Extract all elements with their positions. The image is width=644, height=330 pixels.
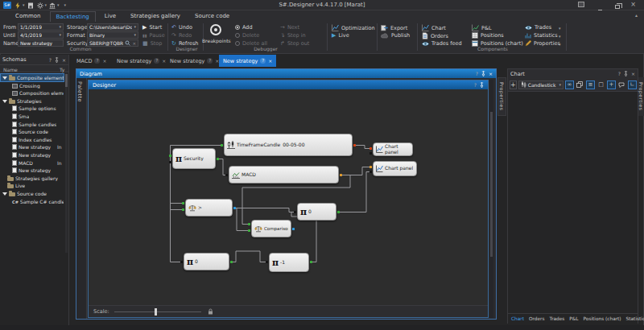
breakpoint-delete-radio[interactable]: Delete <box>235 32 259 39</box>
help-icon[interactable]: ? <box>260 58 266 64</box>
diagram-canvas[interactable]: TimeFrameCandle_00-05-00 π Security MACD… <box>89 89 488 305</box>
doc-tab-macd[interactable]: MACD ? × <box>72 55 111 67</box>
expander-icon[interactable] <box>2 192 7 196</box>
block-chart-panel-2[interactable]: Chart panel <box>373 161 417 176</box>
tree-item-live[interactable]: Live <box>1 182 64 189</box>
output-port[interactable] <box>230 261 233 263</box>
export-button[interactable]: Export <box>381 24 407 31</box>
chevron-down-icon[interactable]: ▾ <box>21 3 25 7</box>
chevron-down-icon[interactable]: ▾ <box>57 25 61 29</box>
app-logo-icon[interactable]: S# <box>3 2 11 9</box>
clear-icon[interactable]: × <box>130 41 136 46</box>
ribbon-collapse-icon[interactable]: ▴ <box>635 12 638 18</box>
legend-toggle[interactable]: ≡ <box>586 80 595 89</box>
pin-icon[interactable] <box>624 71 628 76</box>
tab-positions-chart[interactable]: Positions (chart) <box>584 316 621 321</box>
stop-button[interactable]: ■ Stop <box>142 40 162 47</box>
close-button[interactable]: × <box>630 1 636 8</box>
until-field[interactable]: 4/1/2019 ▾ <box>18 31 64 39</box>
designer-header[interactable]: Designer ? <box>89 80 488 89</box>
portfolio-icon[interactable] <box>49 2 56 9</box>
output-port[interactable] <box>292 228 295 230</box>
input-port[interactable] <box>369 147 372 150</box>
pin-icon[interactable] <box>481 71 485 76</box>
tree-item-sample-candles[interactable]: Sample candles <box>1 121 64 128</box>
component-trades-button[interactable]: Trades <box>525 24 551 31</box>
search-icon[interactable] <box>125 40 130 46</box>
ribbon-tab-common[interactable]: Common <box>10 11 47 21</box>
storage-field[interactable]: C:\Users\desar\Documer ▾ <box>87 23 138 31</box>
input-port[interactable] <box>369 152 372 155</box>
input-port[interactable] <box>180 261 183 263</box>
component-pnl-button[interactable]: P&L <box>472 24 492 31</box>
next-button[interactable]: → Next <box>280 24 299 31</box>
customize-quick-access-icon[interactable]: ▾ <box>63 3 67 7</box>
input-port[interactable] <box>266 261 268 263</box>
tab-chart[interactable]: Chart <box>511 316 524 321</box>
help-icon[interactable]: ? <box>474 82 477 88</box>
output-port[interactable] <box>217 158 219 160</box>
close-icon[interactable]: × <box>62 57 66 63</box>
ribbon-tab-strategies-gallery[interactable]: Strategies gallery <box>125 11 186 21</box>
expander-icon[interactable] <box>2 76 7 80</box>
input-port[interactable] <box>182 202 184 204</box>
chevron-down-icon[interactable]: ▾ <box>559 34 561 39</box>
block-chart-panel-1[interactable]: Chart panel <box>373 142 413 156</box>
tree-item-strategies-gallery[interactable]: Strategies gallery <box>1 175 64 182</box>
help-icon[interactable]: ? <box>618 71 621 76</box>
style-button[interactable] <box>578 2 584 9</box>
chevron-down-icon[interactable]: ▾ <box>56 3 60 7</box>
scrollbar-thumb[interactable] <box>490 112 493 257</box>
expander-icon[interactable] <box>2 100 7 103</box>
lock-icon[interactable] <box>208 308 213 315</box>
link-toggle[interactable]: ∞ <box>565 80 574 89</box>
pin-icon[interactable] <box>55 57 59 63</box>
tree-item-sma[interactable]: Sma <box>1 113 64 120</box>
optimization-button[interactable]: Optimization <box>332 24 375 31</box>
input-port[interactable] <box>169 155 171 157</box>
chevron-down-icon[interactable]: ▾ <box>57 33 61 37</box>
page-toggle[interactable]: □ <box>597 80 605 89</box>
connect-icon[interactable] <box>14 2 21 9</box>
input-port[interactable] <box>294 211 296 213</box>
tree-item-new-strategy[interactable]: New strategy <box>1 167 64 174</box>
ribbon-tab-backtesting[interactable]: Backtesting <box>50 11 96 22</box>
close-icon[interactable]: × <box>102 58 106 64</box>
scrollbar-thumb[interactable] <box>65 74 68 87</box>
breakpoints-label[interactable]: Breakpoints <box>202 38 231 43</box>
tab-trades[interactable]: Trades <box>549 316 564 321</box>
doc-tab-new-strategy-2[interactable]: New strategy ? × <box>166 55 223 67</box>
tree-item-new-strategy[interactable]: New strategy In <box>1 143 64 151</box>
diagram-scrollbar[interactable] <box>489 80 493 318</box>
tree-item-macd[interactable]: MACD In <box>1 159 64 167</box>
crosshair-toggle[interactable]: + <box>607 80 616 89</box>
block-comparison-gt[interactable]: > <box>185 199 233 217</box>
block-macd[interactable]: MACD <box>229 166 339 184</box>
tree-item-index-candles[interactable]: Index candles <box>1 136 64 143</box>
chart-plot-area[interactable] <box>508 92 638 313</box>
layers-toggle[interactable] <box>576 80 584 89</box>
undo-button[interactable]: ↶ Undo <box>171 24 192 31</box>
close-icon[interactable]: × <box>268 58 272 64</box>
help-icon[interactable]: ? <box>49 57 52 63</box>
tree-item-new-strategy[interactable]: New strategy <box>1 151 64 159</box>
diagram-panel-header[interactable]: Diagram ? × <box>76 69 496 78</box>
component-orders-button[interactable]: Orders <box>422 32 448 39</box>
right-properties-tab[interactable]: Properties <box>638 77 644 116</box>
output-port[interactable] <box>310 261 312 263</box>
breakpoints-icon[interactable] <box>210 24 221 35</box>
format-field[interactable]: Binary ▾ <box>87 31 138 39</box>
chevron-down-icon[interactable]: ▾ <box>132 25 136 29</box>
input-port[interactable] <box>369 171 372 173</box>
doc-tab-new-strategy-active[interactable]: New strategy ? × <box>219 55 276 67</box>
block-comparison[interactable]: Comparison <box>251 220 291 237</box>
component-chart-button[interactable]: Chart <box>422 24 446 31</box>
chevron-down-icon[interactable]: ▾ <box>559 26 561 31</box>
output-port[interactable] <box>337 211 340 213</box>
gear-icon[interactable] <box>37 2 43 9</box>
block-security[interactable]: π Security <box>172 148 216 169</box>
scale-slider-thumb[interactable] <box>155 308 157 316</box>
publish-button[interactable]: Publish <box>381 32 410 39</box>
help-icon[interactable]: ? <box>476 71 478 76</box>
ribbon-tab-source-code[interactable]: Source code <box>189 11 235 21</box>
